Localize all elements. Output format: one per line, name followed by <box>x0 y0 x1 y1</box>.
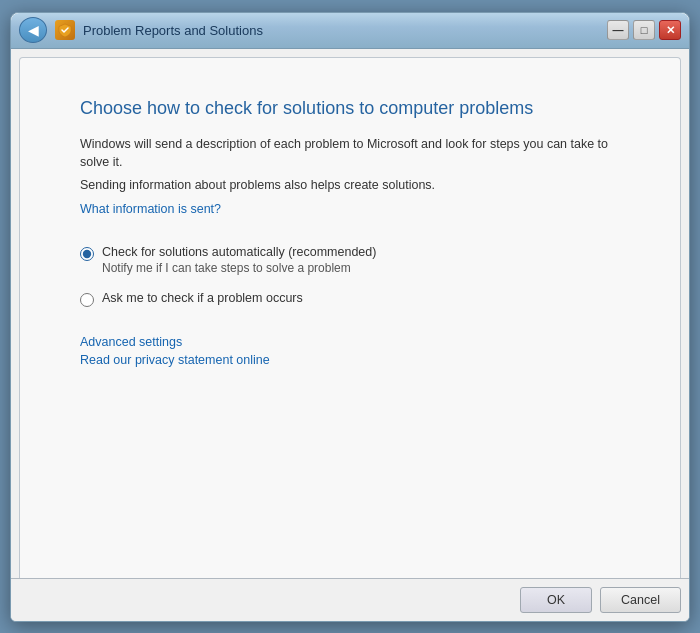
page-heading: Choose how to check for solutions to com… <box>80 98 620 119</box>
minimize-button[interactable]: — <box>607 20 629 40</box>
title-left: ◀ Problem Reports and Solutions <box>19 17 263 43</box>
shield-icon <box>58 23 72 37</box>
title-bar: ◀ Problem Reports and Solutions — □ ✕ <box>11 13 689 49</box>
radio-option-ask: Ask me to check if a problem occurs <box>80 291 620 307</box>
maximize-button[interactable]: □ <box>633 20 655 40</box>
main-window: ◀ Problem Reports and Solutions — □ ✕ Ch… <box>10 12 690 622</box>
cancel-button[interactable]: Cancel <box>600 587 681 613</box>
back-button[interactable]: ◀ <box>19 17 47 43</box>
radio-auto-label: Check for solutions automatically (recom… <box>102 245 376 259</box>
links-section: Advanced settings Read our privacy state… <box>80 335 620 367</box>
ok-button[interactable]: OK <box>520 587 592 613</box>
radio-auto[interactable] <box>80 247 94 261</box>
radio-auto-sublabel: Notify me if I can take steps to solve a… <box>102 261 376 275</box>
radio-ask[interactable] <box>80 293 94 307</box>
window-icon <box>55 20 75 40</box>
options-section: Check for solutions automatically (recom… <box>80 245 620 307</box>
description-line2: Sending information about problems also … <box>80 176 620 195</box>
window-title: Problem Reports and Solutions <box>83 23 263 38</box>
footer: OK Cancel <box>11 578 689 621</box>
title-bar-controls: — □ ✕ <box>607 20 681 40</box>
radio-option-auto: Check for solutions automatically (recom… <box>80 245 620 275</box>
back-arrow-icon: ◀ <box>28 22 39 38</box>
radio-auto-labels: Check for solutions automatically (recom… <box>102 245 376 275</box>
what-information-link[interactable]: What information is sent? <box>80 202 221 216</box>
description-line1: Windows will send a description of each … <box>80 135 620 173</box>
radio-ask-labels: Ask me to check if a problem occurs <box>102 291 303 305</box>
radio-ask-label: Ask me to check if a problem occurs <box>102 291 303 305</box>
advanced-settings-link[interactable]: Advanced settings <box>80 335 620 349</box>
privacy-statement-link[interactable]: Read our privacy statement online <box>80 353 620 367</box>
content-area: Choose how to check for solutions to com… <box>19 57 681 578</box>
footer-buttons: OK Cancel <box>19 587 681 613</box>
close-button[interactable]: ✕ <box>659 20 681 40</box>
